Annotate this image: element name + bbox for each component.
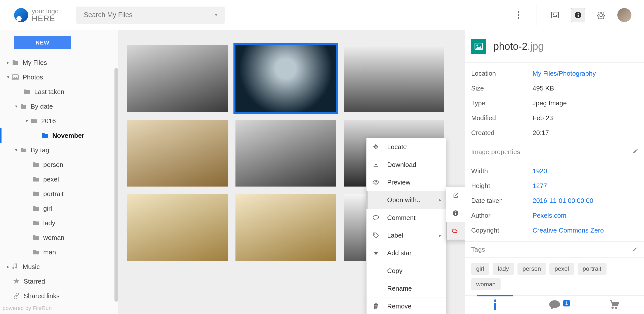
value[interactable]: 2016-11-01 00:00:00 [533,197,593,205]
ctx-new-tab[interactable]: New tab [446,187,465,204]
details-panel: photo-2.jpg LocationMy Files/Photography… [465,30,644,314]
tag-chip[interactable]: lady [493,263,514,275]
music-icon [12,263,19,271]
header: your logo HERE ▾ [0,0,644,30]
svg-point-4 [553,13,554,15]
tag-chip[interactable]: portrait [578,263,607,275]
logo[interactable]: your logo HERE [14,8,59,22]
tree-tag-pexel[interactable]: pexel [0,172,118,187]
ctx-comment[interactable]: Comment [367,209,446,227]
tree-shared-links[interactable]: Shared links [0,289,118,302]
search-box[interactable]: ▾ [76,7,225,24]
label: Author [471,212,533,219]
label: lady [43,219,55,227]
section-image-properties: Image properties [465,144,644,160]
label: November [52,132,84,140]
ctx-creative-cloud[interactable]: Creative Cloud [446,222,465,240]
tree-tag-woman[interactable]: woman [0,230,118,245]
tree-by-tag[interactable]: ▾By tag [0,143,118,157]
folder-icon [20,146,27,154]
tab-comments[interactable]: 1 [525,296,584,314]
label: Date taken [471,197,533,205]
tree-tag-lady[interactable]: lady [0,216,118,230]
info-icon[interactable] [571,8,585,22]
external-icon [452,193,459,198]
ctx-download[interactable]: Download [367,156,446,173]
thumbnail[interactable] [127,194,228,261]
content-area: ✥Locate Download Preview Open with..▸ Co… [118,30,465,314]
label: Photos [23,73,43,81]
tree-starred[interactable]: Starred [0,274,118,289]
tab-info[interactable] [465,296,525,314]
thumbnail[interactable] [344,45,444,112]
label: By tag [31,146,49,154]
tree-tag-girl[interactable]: girl [0,201,118,216]
tree-tag-man[interactable]: man [0,245,118,259]
ctx-copy[interactable]: Copy [367,262,446,280]
scrollbar[interactable] [114,68,118,302]
label: Modified [471,114,533,122]
ctx-remove[interactable]: Remove [367,297,446,314]
label: woman [43,234,64,242]
thumbnail[interactable] [235,194,336,261]
svg-point-14 [476,44,478,46]
value[interactable]: 1277 [533,182,547,190]
edit-icon[interactable] [632,148,638,156]
label: Rename [387,285,412,292]
label: person [43,161,63,169]
tree-photos[interactable]: ▾Photos [0,70,118,84]
folder-icon [32,205,40,212]
star-icon: ★ [372,249,380,257]
thumbnail[interactable] [127,45,228,112]
label: Location [471,70,533,77]
tag-chip[interactable]: girl [471,263,489,275]
edit-icon[interactable] [632,246,638,253]
ctx-open-with[interactable]: Open with..▸ [367,191,446,209]
ctx-rename[interactable]: Rename [367,280,446,297]
thumbnail-selected[interactable] [235,45,336,112]
value[interactable]: Creative Commons Zero [533,227,604,234]
thumbnail[interactable] [235,120,336,187]
ctx-media-info[interactable]: Media Info [446,204,465,222]
ctx-preview[interactable]: Preview [367,173,446,191]
more-icon[interactable] [511,8,526,22]
label: Shared links [24,292,60,300]
tab-cart[interactable] [584,296,644,314]
logo-icon [14,8,28,22]
tag-chip[interactable]: person [517,263,546,275]
avatar[interactable] [617,8,631,22]
section-tags: Tags [465,241,644,258]
new-button[interactable]: NEW [14,36,71,49]
tree-by-date[interactable]: ▾By date [0,99,118,114]
svg-point-9 [374,234,375,235]
ctx-label[interactable]: Label▸ [367,227,446,244]
link-icon [13,292,20,300]
svg-rect-12 [455,213,456,215]
tree-tag-person[interactable]: person [0,157,118,172]
thumbnail[interactable] [127,120,228,187]
tag-chip[interactable]: woman [471,278,501,290]
tree-music[interactable]: ▸Music [0,259,118,274]
search-input[interactable] [84,11,215,19]
ctx-locate[interactable]: ✥Locate [367,138,446,156]
label: Open with.. [387,196,420,204]
ctx-add-star[interactable]: ★Add star [367,244,446,262]
chevron-down-icon[interactable]: ▾ [215,13,217,17]
value[interactable]: Pexels.com [533,212,566,219]
folder-icon [32,234,40,241]
label: Height [471,182,533,190]
tree-tag-portrait[interactable]: portrait [0,187,118,201]
tree-my-files[interactable]: ▸My Files [0,55,118,70]
tree-november[interactable]: November [0,128,118,143]
image-icon[interactable] [548,8,562,22]
label: Preview [387,178,410,186]
gear-icon[interactable] [594,8,608,22]
folder-icon [32,161,40,168]
location-value[interactable]: My Files/Photography [533,70,596,77]
tag-chip[interactable]: pexel [549,263,574,275]
value[interactable]: 1920 [533,167,547,175]
star-icon [13,278,20,285]
svg-point-0 [518,11,519,13]
tree-2016[interactable]: ▾2016 [0,114,118,128]
tree-last-taken[interactable]: Last taken [0,84,118,99]
